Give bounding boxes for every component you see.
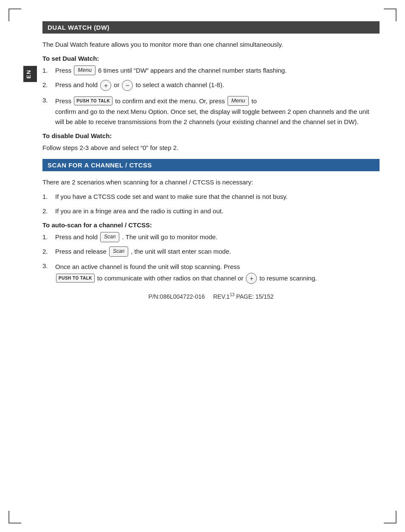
section2-intro: There are 2 scenarios when scanning for … xyxy=(42,177,380,187)
auto-scan-label: To auto-scan for a channel / CTCSS: xyxy=(42,221,380,229)
plus-button-1: ＋ xyxy=(100,80,111,91)
scan-step-num-2: 2. xyxy=(42,246,55,257)
scenario2-text: If you are in a fringe area and the radi… xyxy=(55,206,380,216)
corner-mark-br xyxy=(384,511,397,524)
scan-step-3: 3. Once an active channel is found the u… xyxy=(42,261,380,284)
scan-step3-post: to resume scanning. xyxy=(259,272,317,284)
minus-button-1: − xyxy=(122,80,133,91)
page-num-super: 13 xyxy=(230,292,234,297)
scan-step2-post: , the unit will start enter scan mode. xyxy=(131,246,231,257)
scan-scenarios: 1. If you have a CTCSS code set and want… xyxy=(42,192,380,216)
section1-header: DUAL WATCH (DW) xyxy=(42,21,380,34)
section2-header: SCAN FOR A CHANNEL / CTCSS xyxy=(42,159,380,171)
step1-post: 6 times until “DW” appears and the chann… xyxy=(98,65,287,76)
scan-step-1: 1. Press and hold Scan . The unit will g… xyxy=(42,232,380,242)
step3-mid1: to confirm and exit the menu. Or, press xyxy=(115,95,225,107)
push-to-talk-button-2: PUSH TO TALK xyxy=(56,274,95,283)
scan-step1-post: . The unit will go to monitor mode. xyxy=(122,232,217,242)
step2-content: Press and hold ＋ or − to select a watch … xyxy=(55,80,380,91)
scenario-2: 2. If you are in a fringe area and the r… xyxy=(42,206,380,216)
scan-step2-pre: Press and release xyxy=(55,246,107,257)
dual-watch-steps: 1. Press Menu 6 times until “DW” appears… xyxy=(42,65,380,127)
scan-step1-content: Press and hold Scan . The unit will go t… xyxy=(55,232,380,242)
push-to-talk-button-1: PUSH TO TALK xyxy=(74,96,112,105)
step-num-1: 1. xyxy=(42,65,55,76)
step3-content: Press PUSH TO TALK to confirm and exit t… xyxy=(55,95,380,127)
step-num-3: 3. xyxy=(42,95,55,105)
step3-pre: Press xyxy=(55,95,71,107)
scan-button-1: Scan xyxy=(100,232,119,242)
section1-intro: The Dual Watch feature allows you to mon… xyxy=(42,40,380,50)
scan-step-num-3: 3. xyxy=(42,261,55,271)
step-num-2: 2. xyxy=(42,80,55,90)
step2-post: to select a watch channel (1-8). xyxy=(135,80,224,90)
scan-step3-pre: Once an active channel is found the unit… xyxy=(55,261,240,272)
scan-step2-content: Press and release Scan , the unit will s… xyxy=(55,246,380,257)
disable-label: To disable Dual Watch: xyxy=(42,132,380,139)
dw-step-2: 2. Press and hold ＋ or − to select a wat… xyxy=(42,80,380,91)
step3-continuation: confirm and go to the next Menu Option. … xyxy=(55,108,369,125)
scan-step1-pre: Press and hold xyxy=(55,232,98,242)
step1-pre: Press xyxy=(55,65,71,76)
step2-or: or xyxy=(114,80,119,90)
main-content: DUAL WATCH (DW) The Dual Watch feature a… xyxy=(42,17,380,300)
dw-step-3: 3. Press PUSH TO TALK to confirm and exi… xyxy=(42,95,380,127)
scan-step-num-1: 1. xyxy=(42,232,55,242)
rev-label: REV.1 xyxy=(213,293,230,300)
scan-step3-row2: PUSH TO TALK to communicate with other r… xyxy=(55,272,380,284)
scenario1-text: If you have a CTCSS code set and want to… xyxy=(55,192,380,202)
scenario-num-1: 1. xyxy=(42,192,55,202)
corner-mark-tr xyxy=(384,8,397,21)
corner-mark-tl xyxy=(8,8,21,21)
scan-step3-mid: to communicate with other radios on that… xyxy=(97,272,243,284)
corner-mark-bl xyxy=(8,511,21,524)
page: EN DUAL WATCH (DW) The Dual Watch featur… xyxy=(0,0,405,532)
scan-button-2: Scan xyxy=(109,246,128,257)
disable-text: Follow steps 2-3 above and select “0” fo… xyxy=(42,143,380,153)
menu-button-1: Menu xyxy=(74,65,96,75)
step2-pre: Press and hold xyxy=(55,80,98,90)
scenario-num-2: 2. xyxy=(42,206,55,216)
scan-step-2: 2. Press and release Scan , the unit wil… xyxy=(42,246,380,257)
scan-steps: 1. Press and hold Scan . The unit will g… xyxy=(42,232,380,284)
scan-step3-row: Once an active channel is found the unit… xyxy=(55,261,380,272)
page-footer: P/N:086L004722-016 REV.113 PAGE: 15/152 xyxy=(42,292,380,300)
part-number: P/N:086L004722-016 xyxy=(148,293,205,300)
step3-first-row: Press PUSH TO TALK to confirm and exit t… xyxy=(55,95,380,107)
dw-step-1: 1. Press Menu 6 times until “DW” appears… xyxy=(42,65,380,76)
step1-content: Press Menu 6 times until “DW” appears an… xyxy=(55,65,380,76)
step3-mid2: to xyxy=(251,95,257,107)
language-tab: EN xyxy=(23,66,37,82)
scenario-1: 1. If you have a CTCSS code set and want… xyxy=(42,192,380,202)
plus-button-2: ＋ xyxy=(246,273,257,284)
menu-button-2: Menu xyxy=(228,96,249,106)
set-dual-watch-label: To set Dual Watch: xyxy=(42,55,380,62)
page-label: PAGE: 15/152 xyxy=(236,293,273,300)
scan-step3-content: Once an active channel is found the unit… xyxy=(55,261,380,284)
